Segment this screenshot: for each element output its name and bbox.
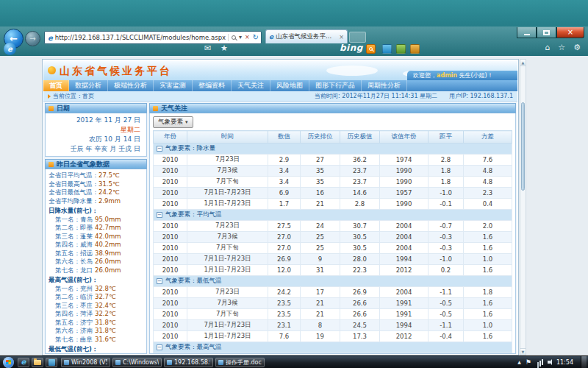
table-cell: -0.5 <box>429 309 464 320</box>
column-header[interactable]: 历史极值 <box>340 131 380 144</box>
taskbar-windows: Win2008 (V52...C:\Windows\sys...192.168.… <box>61 358 265 367</box>
collapse-icon[interactable]: − <box>157 212 162 218</box>
favorites-button[interactable]: ☆ <box>558 43 565 52</box>
table-row[interactable]: 20107月3候3.43523.719901.84.8 <box>154 166 512 177</box>
rank-label: 第一名： <box>55 285 80 292</box>
start-button[interactable] <box>3 357 14 368</box>
e-icon: e <box>7 45 12 53</box>
maximize-button[interactable] <box>537 27 556 38</box>
network-icon[interactable] <box>542 359 543 365</box>
table-row[interactable]: 20107月23日27.52430.72004-0.72.0 <box>154 221 512 232</box>
nav-item[interactable]: 首页 <box>43 80 69 91</box>
table-row[interactable]: 20107月下旬27.02530.52004-0.31.6 <box>154 243 512 254</box>
toolbar-app-icon-2[interactable] <box>396 44 406 54</box>
table-cell: 25 <box>301 243 340 254</box>
table-row[interactable]: 20107月3候23.52126.61991-0.51.6 <box>154 298 512 309</box>
forward-button[interactable]: → <box>25 31 40 46</box>
home-button[interactable]: ⌂ <box>545 43 550 52</box>
ie-taskbar-button[interactable]: e <box>18 358 29 367</box>
tools-button[interactable]: ⚙ <box>573 43 581 52</box>
address-bar[interactable]: e http://192.168.137.1/SLCCLIMATE/module… <box>44 31 262 44</box>
nav-item[interactable]: 天气关注 <box>232 80 270 91</box>
collapse-icon[interactable]: − <box>157 278 162 284</box>
toolbar-app-icon-1[interactable] <box>382 44 392 54</box>
bing-search-button[interactable] <box>366 44 376 54</box>
refresh-button[interactable]: ↻ <box>253 34 259 41</box>
speaker-icon[interactable] <box>548 361 550 364</box>
table-section-row[interactable]: −气象要素：降水量 <box>154 144 512 155</box>
browser-tab[interactable]: e 山东省气候业务平... × <box>265 29 348 43</box>
table-section-row[interactable]: −气象要素：平均气温 <box>154 210 512 221</box>
column-header[interactable]: 年份 <box>154 131 187 144</box>
table-row[interactable]: 20107月1日-7月23日6.91614.61957-1.02.3 <box>154 188 512 199</box>
collapse-icon[interactable]: − <box>157 146 162 152</box>
mail-icon[interactable]: ✉ <box>204 44 211 52</box>
column-header[interactable]: 该值年份 <box>380 131 429 144</box>
table-cell: 7.6 <box>464 155 512 166</box>
nav-item[interactable]: 风险地图 <box>270 80 309 91</box>
nav-item[interactable]: 数据分析 <box>69 80 108 91</box>
table-cell: 36.2 <box>340 155 380 166</box>
favorites-toolbar-icon[interactable]: ★ <box>220 44 228 52</box>
table-cell: -1.1 <box>429 287 464 298</box>
taskbar-window-button[interactable]: Win2008 (V52... <box>61 358 110 367</box>
lunar-date-line: 农历 10 月 14 日 <box>51 135 140 144</box>
explorer-taskbar-button[interactable] <box>32 358 43 367</box>
taskbar-clock[interactable]: 11:54 <box>556 359 573 366</box>
toolbar-app-icon-3[interactable] <box>410 44 420 54</box>
table-row[interactable]: 20101月1日-7月23日7.61917.32012-0.41.6 <box>154 331 512 342</box>
table-section-row[interactable]: −气象要素：最高气温 <box>154 342 512 353</box>
column-header[interactable]: 距平 <box>429 131 464 144</box>
taskbar-window-button[interactable]: C:\Windows\sys... <box>112 358 162 367</box>
nav-item[interactable]: 极端性分析 <box>108 80 154 91</box>
rank-value: 32.8℃ <box>95 285 115 292</box>
table-cell: 1994 <box>380 320 429 331</box>
table-cell: 1.8 <box>429 177 464 188</box>
tray-expand-button[interactable]: ▲ <box>517 360 521 364</box>
table-row[interactable]: 20107月23日24.21726.92004-1.11.8 <box>154 287 512 298</box>
element-filter-button[interactable]: 气象要素 ▾ <box>153 116 193 128</box>
table-row[interactable]: 20101月1日-7月23日1.7212.81990-0.10.4 <box>154 199 512 210</box>
taskbar-window-button[interactable]: 192.168.58.99... <box>164 358 213 367</box>
table-row[interactable]: 20107月23日31.52936.31955,1951-0.32.5 <box>154 353 512 355</box>
minimize-button[interactable] <box>517 27 537 38</box>
scroll-down-button[interactable]: ▼ <box>520 348 526 355</box>
summary-value: 31.5℃ <box>98 180 119 188</box>
action-center-icon[interactable]: ⚑ <box>526 359 531 366</box>
stop-button[interactable]: × <box>245 35 250 40</box>
tab-close-button[interactable]: × <box>339 34 344 40</box>
column-header[interactable]: 时间 <box>187 131 268 144</box>
collapse-icon[interactable]: − <box>157 344 162 350</box>
nav-item[interactable]: 整编资料 <box>193 80 232 91</box>
browser-action-icons: ⌂ ☆ ⚙ <box>545 43 581 52</box>
table-cell: 1月1日-7月23日 <box>187 331 268 342</box>
table-row[interactable]: 20101月1日-7月23日12.03122.320120.21.6 <box>154 265 512 276</box>
table-cell: 1991 <box>380 309 429 320</box>
app-taskbar-button[interactable] <box>46 358 57 367</box>
search-icon[interactable] <box>232 35 236 40</box>
table-section-row[interactable]: −气象要素：最低气温 <box>154 276 512 287</box>
address-dropdown-caret[interactable]: ▾ <box>239 35 242 40</box>
table-row[interactable]: 20107月3候27.02530.52004-0.31.6 <box>154 232 512 243</box>
show-desktop-button[interactable] <box>581 356 587 368</box>
table-row[interactable]: 20107月下旬3.43523.719901.84.8 <box>154 177 512 188</box>
column-header[interactable]: 数值 <box>268 131 301 144</box>
nav-item[interactable]: 图形下行产品 <box>309 80 362 91</box>
scroll-up-button[interactable]: ▲ <box>520 60 526 66</box>
table-row[interactable]: 20107月23日2.92736.219742.87.6 <box>154 155 512 166</box>
taskbar-window-button[interactable]: 操作手册.docx -... <box>215 358 265 367</box>
table-row[interactable]: 20107月1日-7月23日26.9928.01994-1.01.0 <box>154 254 512 265</box>
column-header[interactable]: 方差 <box>464 131 512 144</box>
column-header[interactable]: 历史排位 <box>301 131 340 144</box>
table-row[interactable]: 20107月下旬23.52126.61991-0.51.6 <box>154 309 512 320</box>
table-row[interactable]: 20107月1日-7月23日23.1824.51994-1.11.0 <box>154 320 512 331</box>
nav-item[interactable]: 灾害监测 <box>154 80 193 91</box>
new-tab-button[interactable] <box>349 32 366 43</box>
scrollbar-thumb[interactable] <box>521 102 525 191</box>
rank-value: 16.7℃ <box>95 354 115 355</box>
close-button[interactable]: × <box>556 27 584 38</box>
toolbar-logo-button[interactable]: e <box>4 43 16 55</box>
nav-item[interactable]: 周期性分析 <box>362 80 407 91</box>
table-cell: 3.4 <box>268 177 301 188</box>
page-scrollbar[interactable]: ▲ ▼ <box>520 59 526 355</box>
